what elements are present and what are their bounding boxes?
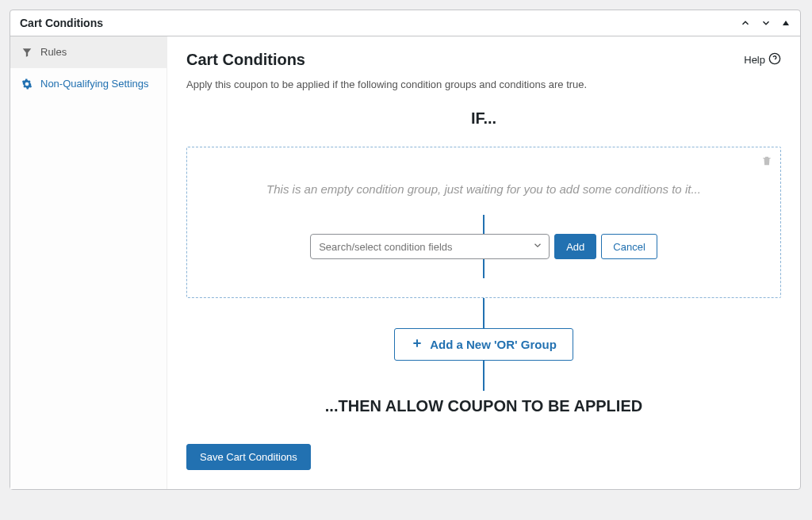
sidebar-item-label: Rules [40, 44, 67, 60]
chevron-down-icon[interactable] [760, 17, 772, 29]
connector-line [483, 215, 485, 234]
connector-line [483, 361, 485, 391]
sidebar: Rules Non-Qualifying Settings [10, 36, 167, 489]
plus-icon [411, 337, 423, 352]
main-header: Cart Conditions Help [186, 51, 781, 69]
description-text: Apply this coupon to be applied if the f… [186, 78, 781, 90]
panel-body: Rules Non-Qualifying Settings Cart Condi… [10, 36, 800, 489]
condition-select-wrapper [310, 234, 550, 259]
sidebar-item-rules[interactable]: Rules [10, 36, 167, 68]
add-or-group-label: Add a New 'OR' Group [430, 338, 557, 351]
add-button[interactable]: Add [554, 234, 596, 259]
condition-group: This is an empty condition group, just w… [186, 147, 781, 298]
help-link[interactable]: Help [744, 52, 781, 67]
cancel-button[interactable]: Cancel [601, 234, 657, 259]
add-or-group-button[interactable]: Add a New 'OR' Group [394, 328, 573, 361]
svg-marker-1 [23, 48, 32, 57]
then-heading: ...THEN ALLOW COUPON TO BE APPLIED [186, 397, 781, 415]
condition-controls: Add Cancel [206, 234, 761, 259]
filter-icon [21, 47, 33, 58]
help-icon [768, 52, 781, 67]
triangle-up-icon[interactable] [781, 18, 791, 28]
connector-line [483, 298, 485, 328]
panel-header: Cart Conditions [10, 10, 800, 36]
chevron-up-icon[interactable] [740, 17, 751, 29]
sidebar-item-non-qualifying-settings[interactable]: Non-Qualifying Settings [10, 68, 167, 100]
main-title: Cart Conditions [186, 51, 305, 69]
panel-title: Cart Conditions [20, 17, 103, 29]
cart-conditions-panel: Cart Conditions Rules [10, 10, 801, 490]
panel-controls [740, 17, 791, 29]
empty-group-text: This is an empty condition group, just w… [206, 182, 761, 196]
svg-marker-0 [783, 21, 789, 25]
gear-icon [21, 78, 33, 90]
connector-line [483, 259, 485, 278]
condition-field-select[interactable] [310, 234, 550, 259]
save-button[interactable]: Save Cart Conditions [186, 444, 311, 470]
trash-icon[interactable] [761, 155, 772, 169]
sidebar-item-label: Non-Qualifying Settings [40, 76, 149, 92]
if-heading: IF... [186, 109, 781, 128]
main-content: Cart Conditions Help Apply this coupon t… [167, 36, 800, 489]
help-label: Help [744, 54, 765, 66]
